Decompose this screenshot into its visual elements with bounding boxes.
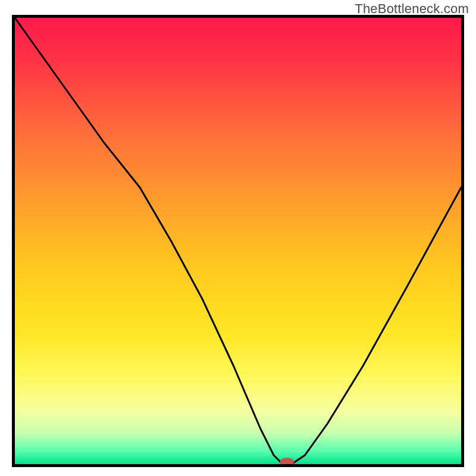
plot-area [12,15,464,467]
chart-svg [15,18,461,464]
chart-frame: TheBottleneck.com [0,0,476,476]
gradient-background [15,18,461,464]
